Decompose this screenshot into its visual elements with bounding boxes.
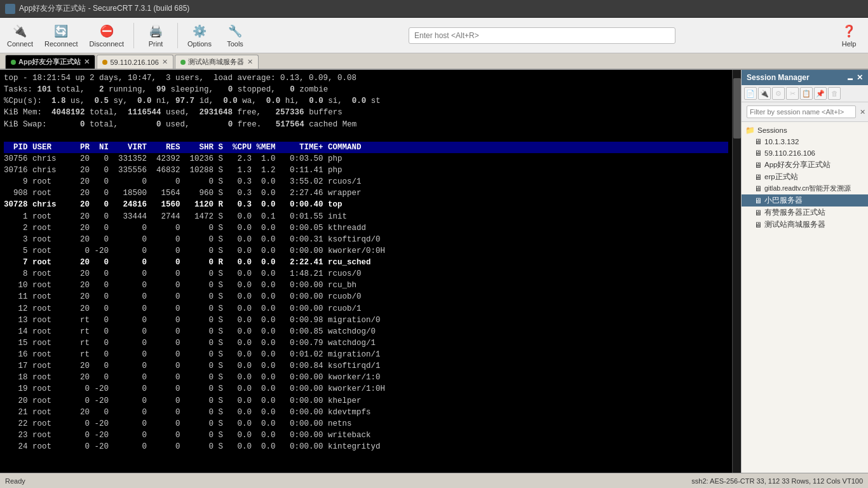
term-line-highlight: 30728 chris 20 0 24816 1560 1120 R 0.3 0… xyxy=(4,199,728,210)
tab-close-button[interactable]: ✕ xyxy=(162,58,168,66)
tabs-bar: App好友分享正式站 ✕ 59.110.216.106 ✕ 测试站商城服务器 ✕ xyxy=(0,53,868,70)
session-label: 小巴服务器 xyxy=(764,196,803,205)
session-item[interactable]: 🖥 erp正式站 xyxy=(742,171,868,183)
scrollbar-thumb[interactable] xyxy=(733,78,741,139)
session-filter-input[interactable] xyxy=(747,105,856,118)
term-line: 3 root 20 0 0 0 0 S 0.0 0.0 0:00.31 ksof… xyxy=(4,234,728,245)
session-item[interactable]: 🖥 59.110.216.106 xyxy=(742,147,868,159)
session-icon: 🖥 xyxy=(754,208,762,217)
sm-delete-button[interactable]: 🗑 xyxy=(828,87,841,100)
session-item[interactable]: 🖥 App好友分享正式站 xyxy=(742,159,868,171)
session-item[interactable]: 🖥 gitlab.readtv.cn智能开发溯源 xyxy=(742,183,868,194)
term-line: 20 root 0 -20 0 0 0 S 0.0 0.0 0:00.00 kh… xyxy=(4,395,728,407)
session-item[interactable]: 🖥 有赞服务器正式站 xyxy=(742,207,868,219)
tab-ip[interactable]: 59.110.216.106 ✕ xyxy=(97,55,173,69)
minimize-button[interactable]: 🗕 xyxy=(846,73,854,82)
session-item[interactable]: 🖥 10.1.3.132 xyxy=(742,136,868,147)
session-tree: 📁 Sessions 🖥 10.1.3.132 🖥 59.110.216.106… xyxy=(742,122,868,473)
tab-close-button[interactable]: ✕ xyxy=(247,58,253,66)
tab-status-dot xyxy=(180,60,186,65)
term-line: top - 18:21:54 up 2 days, 10:47, 3 users… xyxy=(4,72,728,84)
session-item[interactable]: 🖥 测试站商城服务器 xyxy=(742,219,868,231)
session-label: 10.1.3.132 xyxy=(764,138,799,146)
session-icon: 🖥 xyxy=(754,220,762,229)
term-line: 16 root rt 0 0 0 0 S 0.0 0.0 0:01.02 mig… xyxy=(4,349,728,360)
tab-test-shop[interactable]: 测试站商城服务器 ✕ xyxy=(175,55,259,69)
session-icon: 🖥 xyxy=(754,173,762,182)
term-line: 13 root rt 0 0 0 0 S 0.0 0.0 0:00.98 mig… xyxy=(4,315,728,326)
term-line: 19 root 0 -20 0 0 0 S 0.0 0.0 0:00.00 kw… xyxy=(4,383,728,395)
term-line xyxy=(4,130,728,142)
term-line: 1 root 20 0 33444 2744 1472 S 0.0 0.1 0:… xyxy=(4,211,728,222)
session-manager-title: Session Manager xyxy=(747,73,810,82)
term-line: 908 root 20 0 18500 1564 960 S 0.3 0.0 2… xyxy=(4,187,728,199)
session-icon: 🖥 xyxy=(754,196,762,205)
tab-status-dot xyxy=(11,60,16,65)
tab-status-dot xyxy=(102,60,107,65)
scrollbar-track[interactable] xyxy=(733,70,741,473)
connect-button[interactable]: 🔌 Connect xyxy=(3,20,37,51)
term-line: 30716 chris 20 0 335556 46832 10288 S 1.… xyxy=(4,165,728,176)
sm-paste-button[interactable]: 📌 xyxy=(814,87,827,100)
session-icon: 🖥 xyxy=(754,161,762,170)
session-icon: 🖥 xyxy=(754,149,762,158)
statusbar: Ready ssh2: AES-256-CTR 33, 112 33 Rows,… xyxy=(0,473,868,488)
session-manager-panel: Session Manager 🗕 ✕ 📄 🔌 ⚙ ✂ 📋 📌 🗑 ✕ 📁 Se… xyxy=(741,70,868,473)
session-item-active[interactable]: 🖥 小巴服务器 xyxy=(742,194,868,207)
options-icon: ⚙️ xyxy=(192,24,207,39)
host-input-area xyxy=(254,27,830,44)
terminal[interactable]: top - 18:21:54 up 2 days, 10:47, 3 users… xyxy=(0,70,732,473)
tools-icon: 🔧 xyxy=(227,24,243,39)
print-button[interactable]: 🖨️ Print xyxy=(139,20,172,51)
sm-cut-button[interactable]: ✂ xyxy=(786,87,799,100)
sessions-root-item[interactable]: 📁 Sessions xyxy=(742,125,868,136)
close-panel-button[interactable]: ✕ xyxy=(857,73,863,82)
session-label: 59.110.216.106 xyxy=(764,149,815,157)
term-header: PID USER PR NI VIRT RES SHR S %CPU %MEM … xyxy=(4,142,728,153)
main-area: top - 18:21:54 up 2 days, 10:47, 3 users… xyxy=(0,70,868,473)
tools-button[interactable]: 🔧 Tools xyxy=(219,20,252,51)
session-label: 有赞服务器正式站 xyxy=(764,208,825,217)
term-line: 11 root 20 0 0 0 0 S 0.0 0.0 0:00.00 rcu… xyxy=(4,291,728,302)
session-manager-header: Session Manager 🗕 ✕ xyxy=(742,70,868,85)
term-line: 2 root 20 0 0 0 0 S 0.0 0.0 0:00.05 kthr… xyxy=(4,222,728,234)
disconnect-button[interactable]: ⛔ Disconnect xyxy=(85,20,128,51)
term-line: KiB Mem: 4048192 total, 1116544 used, 29… xyxy=(4,107,728,118)
tab-label: 59.110.216.106 xyxy=(110,58,158,66)
term-line: 15 root rt 0 0 0 0 S 0.0 0.0 0:00.79 wat… xyxy=(4,337,728,349)
term-line: 24 root 0 -20 0 0 0 S 0.0 0.0 0:00.00 ki… xyxy=(4,441,728,452)
term-line: 5 root 0 -20 0 0 0 S 0.0 0.0 0:00.00 kwo… xyxy=(4,245,728,257)
term-line: 8 root 20 0 0 0 0 S 0.0 0.0 1:48.21 rcuo… xyxy=(4,268,728,280)
help-icon: ❓ xyxy=(841,24,857,39)
filter-clear-button[interactable]: ✕ xyxy=(860,108,865,116)
tab-app-sharing[interactable]: App好友分享正式站 ✕ xyxy=(5,55,95,69)
help-button[interactable]: ❓ Help xyxy=(832,20,865,51)
terminal-scrollbar[interactable] xyxy=(732,70,741,473)
term-line: 22 root 0 -20 0 0 0 S 0.0 0.0 0:00.00 ne… xyxy=(4,418,728,430)
options-button[interactable]: ⚙️ Options xyxy=(183,20,216,51)
sm-properties-button[interactable]: ⚙ xyxy=(772,87,785,100)
tab-close-button[interactable]: ✕ xyxy=(84,58,90,66)
tab-label: 测试站商城服务器 xyxy=(188,57,244,67)
host-input[interactable] xyxy=(409,27,675,44)
term-line: 12 root 20 0 0 0 0 S 0.0 0.0 0:00.00 rcu… xyxy=(4,303,728,315)
session-label: 测试站商城服务器 xyxy=(764,220,825,229)
term-line: 23 root 0 -20 0 0 0 S 0.0 0.0 0:00.00 wr… xyxy=(4,430,728,441)
session-toolbar: 📄 🔌 ⚙ ✂ 📋 📌 🗑 xyxy=(742,85,868,102)
separator-1 xyxy=(133,23,134,48)
disconnect-icon: ⛔ xyxy=(99,24,114,39)
sm-connect-button[interactable]: 🔌 xyxy=(758,87,771,100)
session-label: erp正式站 xyxy=(764,172,798,182)
folder-icon: 📁 xyxy=(745,126,755,135)
tab-label: App好友分享正式站 xyxy=(18,57,81,67)
term-line: %Cpu(s): 1.8 us, 0.5 sy, 0.0 ni, 97.7 id… xyxy=(4,95,728,107)
sm-new-session-button[interactable]: 📄 xyxy=(744,87,757,100)
connect-icon: 🔌 xyxy=(12,24,27,39)
reconnect-button[interactable]: 🔄 Reconnect xyxy=(40,20,83,51)
term-line: 9 root 20 0 0 0 0 S 0.3 0.0 3:55.02 rcuo… xyxy=(4,176,728,187)
session-icon: 🖥 xyxy=(754,137,762,146)
sessions-root-label: Sessions xyxy=(757,126,787,134)
sm-copy-button[interactable]: 📋 xyxy=(800,87,813,100)
separator-2 xyxy=(177,23,178,48)
term-line: Tasks: 101 total, 2 running, 99 sleeping… xyxy=(4,84,728,95)
